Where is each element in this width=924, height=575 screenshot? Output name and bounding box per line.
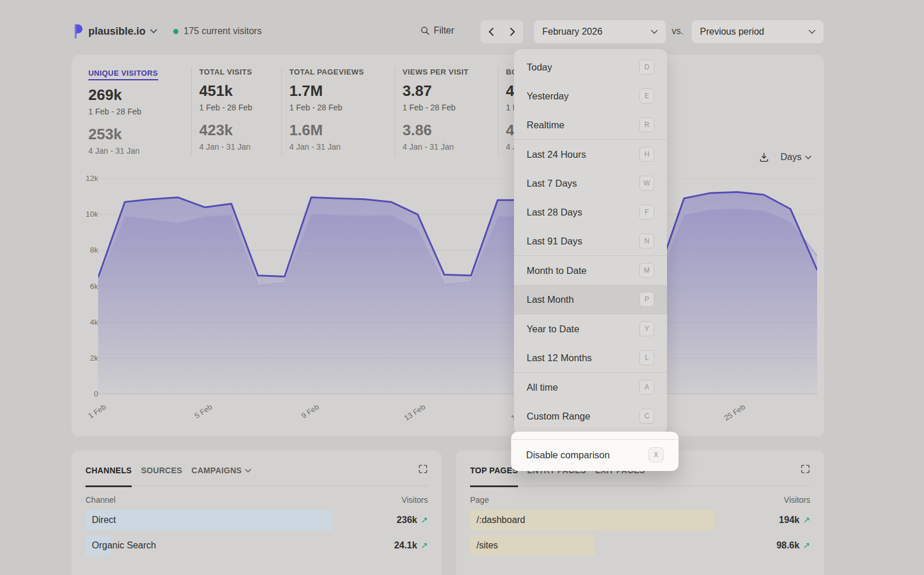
menu-item-disable-comparison[interactable]: Disable comparison X — [511, 440, 679, 470]
filter-button[interactable]: Filter — [420, 25, 454, 36]
stat-prev-value: 423k — [199, 121, 273, 139]
menu-item-last-91-days[interactable]: Last 91 DaysN — [514, 227, 667, 255]
y-tick-label: 6k — [75, 282, 98, 291]
visitors-count: 98.6k — [776, 540, 799, 551]
row-visitors: 194k↗ — [779, 515, 810, 525]
row-name: Organic Search — [85, 540, 156, 551]
menu-item-last-12-months[interactable]: Last 12 MonthsL — [514, 343, 667, 372]
chevron-left-icon[interactable] — [480, 20, 502, 43]
x-tick-label: 9 Feb — [288, 402, 321, 428]
menu-item-last-7-days[interactable]: Last 7 DaysW — [514, 169, 667, 198]
stat-label: TOTAL VISITS — [199, 68, 273, 76]
filter-label: Filter — [434, 25, 454, 36]
stat-period: 1 Feb - 28 Feb — [289, 103, 386, 112]
menu-item-last-24-hours[interactable]: Last 24 HoursH — [514, 140, 667, 169]
menu-item-custom-range[interactable]: Custom RangeC — [514, 402, 667, 431]
value-bar — [85, 510, 332, 531]
date-range-label: February 2026 — [542, 27, 602, 37]
y-tick-label: 2k — [75, 354, 98, 362]
stat-label: VIEWS PER VISIT — [403, 68, 490, 76]
menu-item-year-to-date[interactable]: Year to DateY — [514, 314, 667, 343]
shortcut-key-badge: H — [639, 147, 654, 162]
tab-label: SOURCES — [141, 466, 182, 475]
interval-selector[interactable]: Days — [781, 152, 811, 162]
stat-label: UNIQUE VISITORS — [88, 69, 158, 80]
channels-panel: CHANNELSSOURCESCAMPAIGNS Channel Visitor… — [72, 451, 442, 575]
tab-label: CAMPAIGNS — [192, 466, 242, 475]
table-row-direct[interactable]: Direct236k↗ — [85, 510, 428, 531]
site-name: plausible.io — [88, 25, 146, 38]
row-name: /sites — [470, 540, 498, 551]
tab-channels[interactable]: CHANNELS — [85, 466, 132, 475]
menu-item-yesterday[interactable]: YesterdayE — [514, 81, 667, 110]
menu-item-last-28-days[interactable]: Last 28 DaysF — [514, 198, 667, 227]
tab-sources[interactable]: SOURCES — [141, 466, 182, 475]
site-switcher[interactable]: plausible.io — [72, 24, 157, 39]
row-name: Direct — [85, 515, 116, 525]
chevron-down-icon — [150, 29, 157, 34]
shortcut-key-badge: F — [639, 205, 654, 220]
menu-item-label: Last 28 Days — [527, 207, 582, 218]
chart-controls: Days — [759, 152, 811, 162]
menu-item-all-time[interactable]: All timeA — [514, 373, 667, 402]
shortcut-key-badge: L — [639, 350, 654, 365]
shortcut-key-badge: D — [639, 60, 654, 75]
shortcut-key-badge: N — [639, 233, 654, 248]
current-visitors[interactable]: 175 current visitors — [173, 26, 262, 36]
expand-icon[interactable] — [418, 464, 428, 474]
stat-unique-visitors[interactable]: UNIQUE VISITORS269k1 Feb - 28 Feb253k4 J… — [88, 68, 191, 155]
row-name: /:dashboard — [470, 515, 526, 525]
visitors-chart[interactable] — [98, 179, 817, 394]
menu-item-label: Last 12 Months — [527, 353, 592, 363]
stat-total-pageviews[interactable]: TOTAL PAGEVIEWS1.7M1 Feb - 28 Feb1.6M4 J… — [281, 68, 394, 155]
menu-item-label: Last Month — [527, 294, 574, 305]
plausible-logo-icon — [72, 24, 84, 39]
x-tick-label: 5 Feb — [181, 402, 214, 428]
stat-views-per-visit[interactable]: VIEWS PER VISIT3.871 Feb - 28 Feb3.864 J… — [394, 68, 498, 155]
y-tick-label: 12k — [75, 174, 98, 183]
comparison-picker[interactable]: Previous period — [692, 20, 824, 43]
menu-item-month-to-date[interactable]: Month to DateM — [514, 256, 667, 285]
table-row-dashboard[interactable]: /:dashboard194k↗ — [470, 510, 810, 531]
visitors-count: 236k — [397, 515, 418, 525]
column-header-name: Page — [470, 495, 489, 504]
trend-up-right-arrow-icon: ↗ — [803, 540, 810, 551]
tab-label: CHANNELS — [85, 466, 132, 475]
shortcut-key-badge: C — [639, 409, 654, 424]
table-row-organic-search[interactable]: Organic Search24.1k↗ — [85, 535, 428, 556]
shortcut-key-badge: P — [639, 292, 654, 307]
menu-item-label: Last 7 Days — [527, 178, 577, 189]
stat-prev-value: 3.86 — [403, 121, 490, 139]
date-range-picker[interactable]: February 2026 — [534, 20, 666, 43]
shortcut-key-badge: A — [639, 380, 654, 395]
stat-prev-period: 4 Jan - 31 Jan — [88, 146, 183, 155]
menu-item-realtime[interactable]: RealtimeR — [514, 110, 667, 139]
comparison-label: Previous period — [700, 27, 764, 37]
menu-item-label: Yesterday — [527, 91, 569, 102]
shortcut-key-badge: E — [639, 88, 654, 103]
table-header: Page Visitors — [470, 495, 810, 504]
y-tick-label: 4k — [75, 318, 98, 327]
shortcut-key-badge: W — [639, 176, 654, 191]
table-header: Channel Visitors — [85, 495, 428, 504]
row-visitors: 98.6k↗ — [776, 540, 810, 551]
menu-item-label: Year to Date — [527, 324, 579, 335]
stat-prev-period: 4 Jan - 31 Jan — [289, 142, 386, 151]
expand-icon[interactable] — [800, 464, 810, 474]
tab-campaigns[interactable]: CAMPAIGNS — [192, 466, 251, 475]
menu-item-label: Last 24 Hours — [527, 149, 586, 160]
table-row-sites[interactable]: /sites98.6k↗ — [470, 535, 810, 556]
shortcut-key-badge: X — [649, 447, 664, 462]
table-rows: /:dashboard194k↗/sites98.6k↗ — [470, 510, 810, 556]
trend-up-right-arrow-icon: ↗ — [803, 515, 810, 525]
y-tick-label: 8k — [75, 246, 98, 254]
stat-total-visits[interactable]: TOTAL VISITS451k1 Feb - 28 Feb423k4 Jan … — [191, 68, 281, 155]
download-icon[interactable] — [759, 152, 769, 162]
stat-period: 1 Feb - 28 Feb — [88, 107, 183, 116]
chevron-right-icon[interactable] — [502, 20, 523, 43]
stat-prev-period: 4 Jan - 31 Jan — [403, 142, 490, 151]
x-tick-label: 25 Feb — [714, 402, 747, 428]
menu-item-last-month[interactable]: Last MonthP — [514, 285, 667, 314]
menu-item-today[interactable]: TodayD — [514, 53, 667, 81]
menu-item-label: Realtime — [527, 120, 564, 131]
